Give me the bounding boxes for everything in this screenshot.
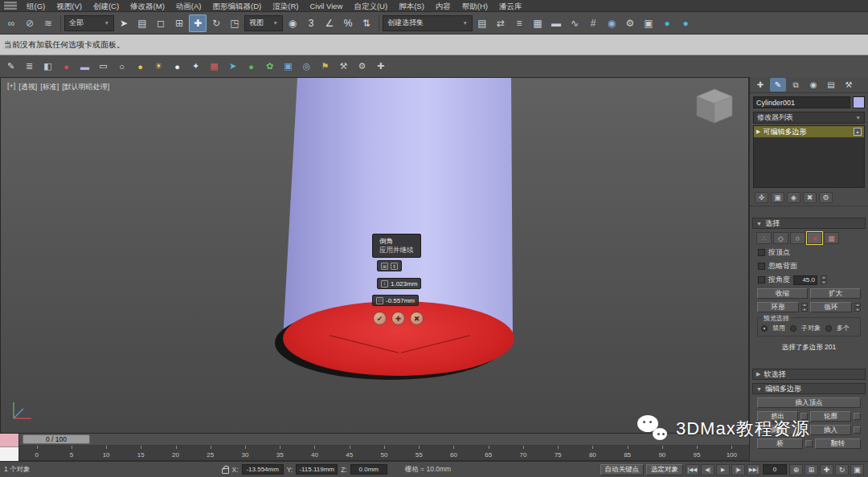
- menu-item[interactable]: 潘云库: [493, 0, 528, 12]
- menu-item[interactable]: 自定义(U): [348, 0, 393, 12]
- plus-icon[interactable]: ✚: [372, 58, 389, 75]
- use-pivot-center-icon[interactable]: ◉: [284, 14, 301, 32]
- bevel-height-field[interactable]: ↕ 1.023mm: [377, 278, 421, 289]
- object-color-swatch[interactable]: [853, 96, 865, 108]
- select-and-move-icon[interactable]: ✚: [189, 14, 207, 32]
- angle-snap-icon[interactable]: ∠: [321, 14, 338, 32]
- curve-editor-icon[interactable]: ∿: [566, 14, 583, 32]
- timeline-tick[interactable]: 100: [714, 446, 749, 460]
- caddy-apply-continue-button[interactable]: ✚: [391, 312, 405, 325]
- menu-item[interactable]: 修改器(M): [125, 0, 170, 12]
- viewport-view-label[interactable]: [透视]: [18, 82, 37, 92]
- named-selection-set-dropdown[interactable]: 创建选择集▼: [383, 15, 473, 31]
- sun-icon[interactable]: ☀: [150, 58, 167, 75]
- timeline-tick[interactable]: 10: [88, 446, 123, 460]
- timeline-tick[interactable]: 15: [124, 446, 158, 460]
- bind-to-spacewarp-icon[interactable]: ≋: [39, 14, 57, 32]
- viewport-canvas[interactable]: [+] [透视] [标准] [默认明暗处理] 倒角 应用并继续 ⊞ ⇕ ↕ 1.…: [0, 77, 749, 434]
- timeline-tick[interactable]: 55: [402, 446, 436, 460]
- by-angle-checkbox[interactable]: [758, 276, 765, 283]
- tab-motion[interactable]: ◉: [805, 78, 821, 92]
- outline-button[interactable]: 轮廓: [810, 411, 851, 422]
- make-unique-icon[interactable]: ◈: [787, 192, 800, 203]
- record-dot-icon[interactable]: ●: [58, 58, 75, 75]
- render-setup-icon[interactable]: ⚙: [621, 14, 639, 32]
- viewport-shading-label[interactable]: [默认明暗处理]: [62, 82, 109, 92]
- mini-listener-script-row[interactable]: [0, 447, 18, 461]
- box-blue-icon[interactable]: ▣: [280, 58, 297, 75]
- half-square-icon[interactable]: ◧: [39, 58, 56, 75]
- timeline-tick[interactable]: 65: [471, 446, 506, 460]
- by-vertex-checkbox[interactable]: [758, 249, 765, 256]
- orbit-icon[interactable]: ↻: [835, 464, 849, 475]
- z-coordinate-field[interactable]: 0.0mm: [350, 464, 387, 475]
- timeline-tick[interactable]: 40: [297, 446, 332, 460]
- grow-button[interactable]: 扩大: [810, 288, 861, 299]
- loop-spinner[interactable]: [854, 303, 861, 312]
- angle-spinner[interactable]: [821, 275, 827, 284]
- edit-polygons-rollout-header[interactable]: ▼ 编辑多边形: [752, 383, 866, 394]
- zoom-extents-icon[interactable]: ⊞: [805, 464, 818, 475]
- tab-hierarchy[interactable]: ⧉: [788, 78, 804, 92]
- timeline-tick[interactable]: 45: [332, 446, 366, 460]
- capsule-icon[interactable]: ▭: [95, 58, 112, 75]
- preview-subobject-radio[interactable]: [790, 325, 796, 332]
- selection-filter-dropdown[interactable]: 全部▼: [64, 15, 114, 31]
- next-frame-button[interactable]: |▶: [731, 464, 745, 475]
- timeline-tick[interactable]: 70: [506, 446, 540, 460]
- menu-item[interactable]: 组(G): [21, 0, 51, 12]
- tab-create[interactable]: ✚: [752, 78, 768, 92]
- timeline-tick[interactable]: 20: [158, 446, 193, 460]
- spinner-snap-icon[interactable]: ⇅: [358, 14, 375, 32]
- hammer-icon[interactable]: ⚒: [335, 58, 352, 75]
- plane-icon[interactable]: ▬: [76, 58, 93, 75]
- preview-disable-radio[interactable]: [761, 325, 768, 332]
- checker-icon[interactable]: ▦: [206, 58, 223, 75]
- pin-stack-icon[interactable]: ✜: [755, 192, 768, 203]
- arrow-teal-icon[interactable]: ➤: [224, 58, 241, 75]
- timeline-tick[interactable]: 75: [541, 446, 575, 460]
- bevel-outline-field[interactable]: □ -0.557mm: [372, 295, 419, 306]
- zoom-icon[interactable]: ⊕: [789, 464, 803, 475]
- menu-item[interactable]: 内容: [430, 0, 457, 12]
- menu-item[interactable]: 视图(V): [51, 0, 88, 12]
- sphere-white-icon[interactable]: ●: [169, 58, 186, 75]
- stack-item-editable-poly[interactable]: ▶ 可编辑多边形 ▪: [754, 126, 864, 137]
- unlink-selection-icon[interactable]: ⊘: [21, 14, 39, 32]
- tab-modify[interactable]: ✎: [770, 78, 786, 92]
- mini-listener-macro-row[interactable]: [0, 434, 18, 447]
- mirror-icon[interactable]: ⇄: [492, 14, 510, 32]
- layer-explorer-icon[interactable]: ▦: [529, 14, 547, 32]
- menu-item[interactable]: 动画(A): [170, 0, 207, 12]
- timeline-tick[interactable]: 80: [575, 446, 610, 460]
- x-coordinate-field[interactable]: -13.554mm: [242, 464, 284, 475]
- stack-item-icon[interactable]: ▪: [854, 128, 862, 136]
- render-production-icon[interactable]: ●: [658, 14, 676, 32]
- show-end-result-icon[interactable]: ▣: [771, 192, 784, 203]
- insert-vertex-button[interactable]: 插入顶点: [757, 398, 861, 408]
- shrink-button[interactable]: 收缩: [757, 288, 808, 299]
- mixer-icon[interactable]: ≣: [21, 58, 38, 75]
- timeline-tick[interactable]: 0: [19, 446, 54, 460]
- ring-spinner[interactable]: [801, 303, 808, 312]
- gear-icon[interactable]: ⚙: [354, 58, 371, 75]
- pencil-icon[interactable]: ✎: [2, 58, 19, 75]
- circle-icon[interactable]: ○: [113, 58, 130, 75]
- remove-modifier-icon[interactable]: ✖: [803, 192, 817, 203]
- menu-item[interactable]: 创建(C): [88, 0, 125, 12]
- expand-arrow-icon[interactable]: ▶: [756, 128, 760, 135]
- time-slider-handle[interactable]: 0 / 100: [23, 434, 90, 444]
- object-name-field[interactable]: Cylinder001: [753, 96, 850, 108]
- menu-item[interactable]: 渲染(R): [267, 0, 304, 12]
- reference-coordinate-dropdown[interactable]: 视图▼: [244, 15, 283, 31]
- sparkle-icon[interactable]: ✦: [187, 58, 204, 75]
- rect-selection-region-icon[interactable]: ◻: [152, 14, 170, 32]
- auto-key-button[interactable]: 自动关键点: [600, 464, 645, 475]
- menu-item[interactable]: 帮助(H): [457, 0, 493, 12]
- selection-lock-icon[interactable]: [222, 468, 229, 474]
- rendered-frame-icon[interactable]: ▣: [640, 14, 657, 32]
- flower-icon[interactable]: ✿: [261, 58, 278, 75]
- outline-settings-button[interactable]: [854, 413, 861, 420]
- material-editor-icon[interactable]: ◉: [603, 14, 620, 32]
- timeline-tick[interactable]: 35: [263, 446, 297, 460]
